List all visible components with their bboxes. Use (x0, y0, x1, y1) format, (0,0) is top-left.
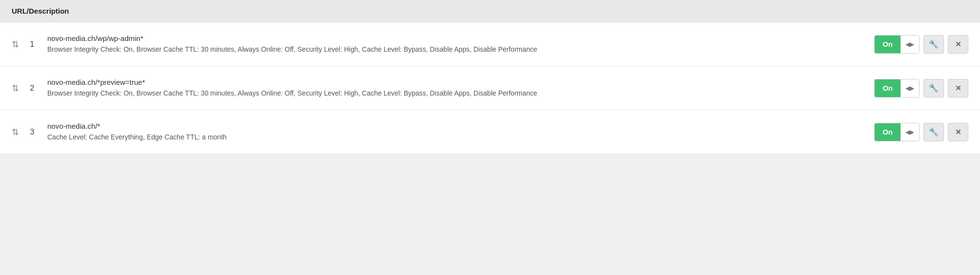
close-button-2[interactable]: ✕ (948, 79, 968, 98)
drag-handle-3[interactable]: ⇅ (12, 128, 19, 137)
row-number-2: 2 (28, 84, 37, 93)
wrench-icon-2: 🔧 (929, 83, 939, 93)
close-button-3[interactable]: ✕ (948, 123, 968, 141)
toggle-button-1[interactable]: On ◀▶ (874, 35, 920, 54)
wrench-button-3[interactable]: 🔧 (923, 123, 944, 141)
row-url-2: novo-media.ch/*preview=true* (47, 78, 861, 86)
row-content-1: novo-media.ch/wp/wp-admin* Browser Integ… (47, 34, 861, 55)
page-rules-table: URL/Description ⇅ 1 novo-media.ch/wp/wp-… (0, 0, 980, 154)
drag-handle-2[interactable]: ⇅ (12, 84, 19, 93)
url-description-column-header: URL/Description (12, 7, 69, 15)
table-row: ⇅ 1 novo-media.ch/wp/wp-admin* Browser I… (0, 22, 980, 66)
drag-handle-1[interactable]: ⇅ (12, 40, 19, 49)
close-icon-2: ✕ (955, 84, 961, 93)
wrench-button-2[interactable]: 🔧 (923, 79, 944, 98)
close-button-1[interactable]: ✕ (948, 35, 968, 54)
row-number-3: 3 (28, 128, 37, 137)
table-header: URL/Description (0, 0, 980, 22)
row-description-1: Browser Integrity Check: On, Browser Cac… (47, 44, 861, 55)
wrench-button-1[interactable]: 🔧 (923, 35, 944, 54)
row-description-3: Cache Level: Cache Everything, Edge Cach… (47, 132, 861, 142)
row-url-1: novo-media.ch/wp/wp-admin* (47, 34, 861, 42)
row-number-1: 1 (28, 40, 37, 49)
row-actions-2: On ◀▶ 🔧 ✕ (874, 79, 968, 98)
close-icon-3: ✕ (955, 128, 961, 137)
toggle-button-3[interactable]: On ◀▶ (874, 123, 920, 141)
row-content-2: novo-media.ch/*preview=true* Browser Int… (47, 78, 861, 98)
close-icon-1: ✕ (955, 40, 961, 49)
toggle-on-label-2[interactable]: On (875, 79, 901, 97)
table-row: ⇅ 2 novo-media.ch/*preview=true* Browser… (0, 66, 980, 110)
toggle-on-label-3[interactable]: On (875, 123, 901, 141)
toggle-arrow-1[interactable]: ◀▶ (901, 36, 919, 53)
row-description-2: Browser Integrity Check: On, Browser Cac… (47, 88, 861, 98)
row-content-3: novo-media.ch/* Cache Level: Cache Every… (47, 122, 861, 142)
row-url-3: novo-media.ch/* (47, 122, 861, 130)
wrench-icon-1: 🔧 (929, 39, 939, 49)
wrench-icon-3: 🔧 (929, 127, 939, 137)
toggle-arrow-3[interactable]: ◀▶ (901, 123, 919, 141)
toggle-arrow-2[interactable]: ◀▶ (901, 79, 919, 97)
table-row: ⇅ 3 novo-media.ch/* Cache Level: Cache E… (0, 110, 980, 154)
toggle-button-2[interactable]: On ◀▶ (874, 79, 920, 98)
row-actions-1: On ◀▶ 🔧 ✕ (874, 35, 968, 54)
toggle-on-label-1[interactable]: On (875, 36, 901, 53)
rows-container: ⇅ 1 novo-media.ch/wp/wp-admin* Browser I… (0, 22, 980, 154)
row-actions-3: On ◀▶ 🔧 ✕ (874, 123, 968, 141)
